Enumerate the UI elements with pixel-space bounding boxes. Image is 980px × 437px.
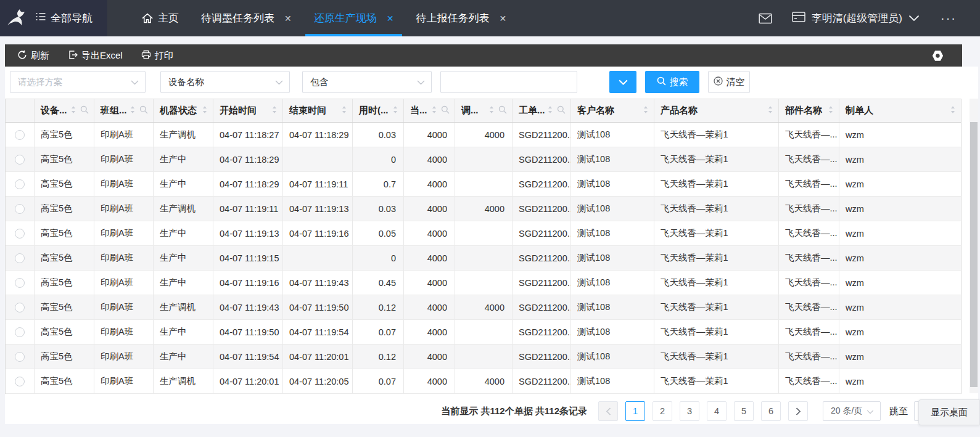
mail-icon[interactable] [759,13,772,24]
sort-icon[interactable] [950,105,956,116]
table-cell: 飞天线香—... [779,197,839,221]
print-button[interactable]: 打印 [141,50,173,62]
table-row[interactable]: 高宝5色印刷A班生产中04-07 11:19:1304-07 11:19:160… [6,221,961,246]
table-cell: 04-07 11:19:54 [283,320,353,344]
sort-icon[interactable] [767,105,773,116]
column-search-icon[interactable] [441,105,450,116]
export-excel-button[interactable]: 导出Excel [68,50,123,62]
table-cell: 04-07 11:19:16 [283,221,353,245]
filter-bar: 请选择方案 设备名称 包含 搜索 清空 [5,71,750,93]
column-header[interactable]: 用时(... [353,99,404,122]
expand-filters-button[interactable] [609,71,636,93]
tab-待调墨任务列表[interactable]: 待调墨任务列表✕ [190,0,303,36]
column-header[interactable]: 产品名称 [654,99,779,122]
clear-button[interactable]: 清空 [708,71,750,93]
table-row[interactable]: 高宝5色印刷A班生产中04-07 11:19:5004-07 11:19:540… [6,320,961,345]
column-header[interactable]: 结束时间 [283,99,353,122]
sort-icon[interactable] [70,105,76,116]
table-cell: 04-07 11:19:11 [283,172,353,196]
brand-area[interactable]: 全部导航 [0,0,107,36]
column-header[interactable]: 当... [404,99,455,122]
column-search-icon[interactable] [498,105,507,116]
table-row[interactable]: 高宝5色印刷A班生产调机04-07 11:18:2704-07 11:18:29… [6,123,961,147]
table-row[interactable]: 高宝5色印刷A班生产调机04-07 11:19:4304-07 11:19:50… [6,295,961,320]
sort-icon[interactable] [130,105,136,116]
column-header[interactable]: 班组... [94,99,154,122]
table-row[interactable]: 高宝5色印刷A班生产调机04-07 11:19:1104-07 11:19:13… [6,197,961,221]
table-row[interactable]: 高宝5色印刷A班生产中04-07 11:18:2904-07 11:19:110… [6,172,961,197]
navbar-right: 李明清(超级管理员) ··· [759,0,980,36]
table-row[interactable]: 高宝5色印刷A班生产中04-07 11:19:1504000SGD211200.… [6,246,961,271]
field-select[interactable]: 设备名称 [160,71,290,93]
prev-page-button[interactable] [598,401,618,421]
more-menu-icon[interactable]: ··· [941,11,957,25]
column-header[interactable]: 制单人 [839,99,961,122]
sort-icon[interactable] [547,105,553,116]
column-header[interactable]: 调... [455,99,513,122]
user-menu[interactable]: 李明清(超级管理员) [792,11,920,25]
sort-icon[interactable] [431,105,437,116]
page-button-2[interactable]: 2 [653,401,672,421]
tab-close-icon[interactable]: ✕ [387,14,394,23]
scrollbar-thumb[interactable] [970,122,978,387]
table-cell: 04-07 11:19:13 [213,221,283,245]
column-header[interactable]: 部件名称 [779,99,839,122]
page-button-1[interactable]: 1 [625,401,645,421]
table-cell: 0.07 [353,369,404,393]
tab-待上报任务列表[interactable]: 待上报任务列表✕ [405,0,517,36]
tab-还原生产现场[interactable]: 还原生产现场✕ [303,0,405,36]
sort-icon[interactable] [341,105,347,116]
row-radio[interactable] [15,130,25,140]
column-header[interactable]: 设备... [35,99,94,122]
page-button-6[interactable]: 6 [761,401,781,421]
page-button-5[interactable]: 5 [734,401,754,421]
sort-icon[interactable] [392,105,398,116]
all-nav-menu[interactable]: 全部导航 [36,11,93,25]
row-radio[interactable] [15,352,25,362]
row-radio[interactable] [15,303,25,312]
tab-close-icon[interactable]: ✕ [284,14,292,23]
table-cell: 印刷A班 [94,369,154,393]
row-radio[interactable] [15,278,25,288]
column-header[interactable]: 机器状态 [154,99,213,122]
sort-icon[interactable] [828,105,834,116]
tab-bar: 主页待调墨任务列表✕还原生产现场✕待上报任务列表✕ [131,0,517,36]
scheme-select[interactable]: 请选择方案 [10,71,146,93]
column-header[interactable]: 工单... [513,99,571,122]
tab-主页[interactable]: 主页 [131,0,190,36]
table-cell: 测试108 [571,295,654,319]
column-header[interactable]: 客户名称 [571,99,654,122]
table-row[interactable]: 高宝5色印刷A班生产中04-07 11:19:5404-07 11:20:010… [6,345,961,369]
table-row[interactable]: 高宝5色印刷A班生产中04-07 11:19:1604-07 11:19:430… [6,271,961,295]
settings-icon[interactable] [932,50,944,64]
operator-select[interactable]: 包含 [302,71,432,93]
row-radio[interactable] [15,155,25,165]
refresh-button[interactable]: 刷新 [17,50,49,62]
page-button-3[interactable]: 3 [680,401,699,421]
row-radio[interactable] [15,327,25,337]
show-desktop-button[interactable]: 显示桌面 [918,399,980,425]
row-radio[interactable] [15,179,25,189]
page-size-select[interactable]: 20 条/页 [823,401,881,421]
search-button[interactable]: 搜索 [645,71,699,93]
row-radio[interactable] [15,253,25,263]
table-scrollbar[interactable] [970,99,978,393]
row-radio[interactable] [15,377,25,386]
column-search-icon[interactable] [80,105,89,116]
row-radio[interactable] [15,229,25,239]
column-search-icon[interactable] [139,105,148,116]
next-page-button[interactable] [788,401,808,421]
sort-icon[interactable] [488,105,495,116]
table-row[interactable]: 高宝5色印刷A班生产调机04-07 11:20:0104-07 11:20:05… [6,369,961,394]
page-button-4[interactable]: 4 [707,401,727,421]
sort-icon[interactable] [643,105,649,116]
table-row[interactable]: 高宝5色印刷A班生产中04-07 11:18:2904000SGD211200.… [6,147,961,172]
table-cell: 4000 [404,221,455,245]
column-header[interactable]: 开始时间 [213,99,283,122]
sort-icon[interactable] [271,105,278,116]
column-search-icon[interactable] [557,105,566,116]
sort-icon[interactable] [202,105,208,116]
keyword-input[interactable] [440,71,577,93]
tab-close-icon[interactable]: ✕ [499,14,506,23]
row-radio[interactable] [15,204,25,214]
